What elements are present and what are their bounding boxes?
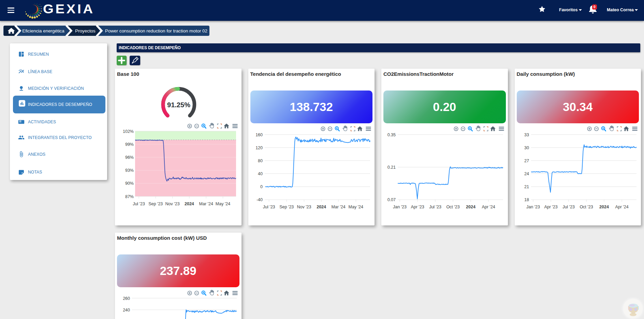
svg-text:33: 33 bbox=[524, 133, 529, 137]
svg-text:2024: 2024 bbox=[317, 205, 326, 209]
svg-text:Jan '23: Jan '23 bbox=[526, 205, 540, 209]
svg-text:90%: 90% bbox=[125, 181, 134, 186]
svg-text:99%: 99% bbox=[125, 142, 134, 147]
svg-text:93%: 93% bbox=[125, 168, 134, 173]
svg-text:Apr '24: Apr '24 bbox=[615, 205, 628, 209]
svg-text:Nov '23: Nov '23 bbox=[297, 205, 311, 209]
svg-text:Proyectos: Proyectos bbox=[75, 28, 96, 33]
svg-text:2024: 2024 bbox=[599, 205, 609, 209]
svg-text:40: 40 bbox=[258, 171, 263, 176]
svg-text:Jul '23: Jul '23 bbox=[429, 205, 441, 209]
svg-text:102%: 102% bbox=[123, 129, 134, 134]
svg-text:0.35: 0.35 bbox=[387, 133, 396, 137]
svg-text:30: 30 bbox=[524, 145, 529, 150]
svg-text:96%: 96% bbox=[125, 155, 134, 160]
svg-text:18: 18 bbox=[524, 197, 529, 202]
svg-text:91.25%: 91.25% bbox=[167, 101, 190, 109]
svg-text:Mar '24: Mar '24 bbox=[199, 202, 213, 206]
svg-text:260: 260 bbox=[123, 296, 130, 301]
svg-text:Sep '23: Sep '23 bbox=[148, 202, 163, 206]
svg-text:120: 120 bbox=[255, 145, 263, 150]
svg-text:24: 24 bbox=[524, 171, 529, 176]
svg-text:0.21: 0.21 bbox=[387, 165, 396, 170]
svg-text:Jul '23: Jul '23 bbox=[562, 205, 575, 209]
svg-text:Nov '23: Nov '23 bbox=[165, 202, 180, 206]
svg-text:Jan '23: Jan '23 bbox=[393, 205, 407, 209]
svg-text:Oct '23: Oct '23 bbox=[580, 205, 593, 209]
svg-text:80: 80 bbox=[258, 158, 263, 163]
svg-text:Apr '23: Apr '23 bbox=[544, 205, 557, 209]
svg-text:27: 27 bbox=[524, 158, 529, 163]
svg-text:87%: 87% bbox=[125, 194, 134, 199]
svg-text:May '24: May '24 bbox=[348, 205, 363, 209]
svg-text:Eficiencia energética: Eficiencia energética bbox=[22, 28, 64, 33]
svg-text:Jul '23: Jul '23 bbox=[263, 205, 275, 209]
svg-text:0.07: 0.07 bbox=[387, 197, 396, 202]
svg-text:Apr '23: Apr '23 bbox=[411, 205, 424, 209]
svg-text:Oct '23: Oct '23 bbox=[446, 205, 459, 209]
svg-text:-40: -40 bbox=[256, 197, 262, 202]
svg-text:21: 21 bbox=[524, 184, 529, 189]
svg-text:2024: 2024 bbox=[185, 202, 194, 206]
svg-text:Jul '23: Jul '23 bbox=[133, 202, 145, 206]
svg-text:240: 240 bbox=[123, 308, 130, 313]
svg-text:160: 160 bbox=[255, 133, 263, 137]
svg-text:Sep '23: Sep '23 bbox=[279, 205, 294, 209]
svg-text:Power consumption reduction fo: Power consumption reduction for traction… bbox=[105, 28, 207, 33]
svg-text:2024: 2024 bbox=[466, 205, 475, 209]
svg-text:Mar '24: Mar '24 bbox=[331, 205, 345, 209]
svg-text:May '24: May '24 bbox=[216, 202, 230, 206]
svg-text:0: 0 bbox=[260, 184, 263, 189]
svg-text:Apr '24: Apr '24 bbox=[482, 205, 495, 209]
